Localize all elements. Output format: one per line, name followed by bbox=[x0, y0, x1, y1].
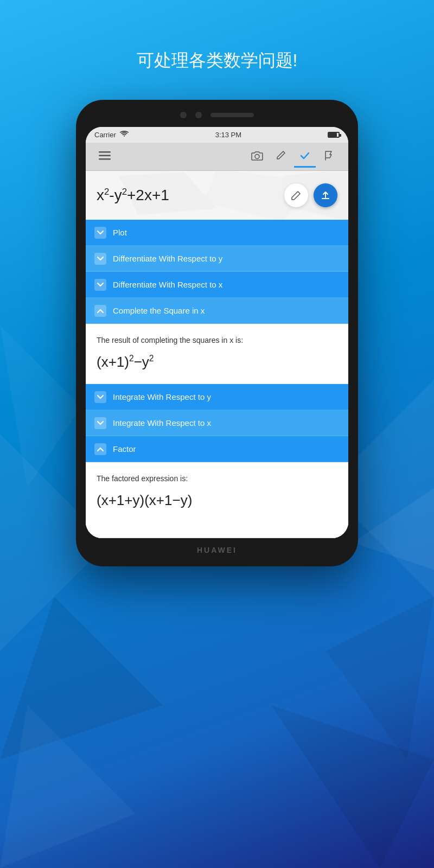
svg-marker-6 bbox=[0, 326, 81, 488]
phone-speaker bbox=[210, 113, 254, 117]
phone-mic-dot bbox=[195, 112, 202, 118]
factor-label: Factor bbox=[113, 444, 340, 454]
complete-square-result-panel: The result of completing the squares in … bbox=[86, 324, 348, 384]
integrate-y-label: Integrate With Respect to y bbox=[113, 392, 340, 401]
svg-rect-8 bbox=[99, 151, 111, 153]
menu-item-diff-x[interactable]: Differentiate With Respect to x bbox=[86, 272, 348, 298]
plot-label: Plot bbox=[113, 228, 340, 237]
factor-result: (x+1+y)(x+1−y) bbox=[97, 492, 337, 509]
page-title: 可处理各类数学问题! bbox=[137, 49, 298, 73]
diff-y-chevron-icon bbox=[94, 253, 106, 265]
diff-x-label: Differentiate With Respect to x bbox=[113, 280, 340, 289]
expression-action-buttons bbox=[284, 183, 337, 207]
time-display: 3:13 PM bbox=[215, 131, 241, 139]
complete-square-chevron-icon bbox=[94, 305, 106, 317]
phone-screen: Carrier 3:13 PM bbox=[86, 127, 348, 538]
menu-item-integrate-y[interactable]: Integrate With Respect to y bbox=[86, 384, 348, 410]
plot-chevron-icon bbox=[94, 227, 106, 239]
edit-expression-button[interactable] bbox=[284, 183, 308, 207]
battery-icon bbox=[328, 132, 340, 138]
menu-item-factor[interactable]: Factor bbox=[86, 436, 348, 462]
svg-marker-7 bbox=[353, 488, 434, 570]
camera-button[interactable] bbox=[246, 146, 268, 168]
menu-item-diff-y[interactable]: Differentiate With Respect to y bbox=[86, 246, 348, 272]
svg-rect-10 bbox=[99, 158, 111, 160]
integrate-x-label: Integrate With Respect to x bbox=[113, 418, 340, 427]
factor-description: The factored expression is: bbox=[97, 473, 337, 484]
svg-marker-2 bbox=[0, 597, 163, 760]
factor-chevron-icon bbox=[94, 443, 106, 455]
complete-square-result: (x+1)2−y2 bbox=[97, 354, 337, 371]
status-left: Carrier bbox=[94, 130, 129, 139]
flag-button[interactable] bbox=[318, 146, 340, 168]
complete-square-label: Complete the Square in x bbox=[113, 306, 340, 315]
app-toolbar bbox=[86, 143, 348, 171]
phone-brand-label: HUAWEI bbox=[197, 546, 237, 554]
upload-button[interactable] bbox=[314, 183, 337, 207]
status-right bbox=[328, 132, 340, 138]
checkmark-button[interactable] bbox=[294, 146, 316, 168]
svg-marker-5 bbox=[271, 705, 434, 868]
svg-marker-3 bbox=[326, 597, 434, 760]
operations-menu: Plot Differentiate With Respect to y Dif… bbox=[86, 220, 348, 538]
toolbar-icons bbox=[246, 146, 340, 168]
menu-item-integrate-x[interactable]: Integrate With Respect to x bbox=[86, 410, 348, 436]
phone-top-bar bbox=[86, 110, 348, 120]
integrate-x-chevron-icon bbox=[94, 417, 106, 429]
expression-area: x2-y2+2x+1 bbox=[86, 171, 348, 220]
svg-rect-9 bbox=[99, 155, 111, 157]
diff-y-label: Differentiate With Respect to y bbox=[113, 254, 340, 263]
svg-marker-4 bbox=[0, 705, 136, 868]
phone-camera-dot bbox=[180, 112, 187, 118]
wifi-icon bbox=[119, 130, 129, 139]
menu-item-complete-square[interactable]: Complete the Square in x bbox=[86, 298, 348, 324]
menu-hamburger-button[interactable] bbox=[94, 146, 115, 167]
expression-display: x2-y2+2x+1 bbox=[97, 187, 169, 204]
pencil-button[interactable] bbox=[270, 146, 292, 168]
phone-frame: Carrier 3:13 PM bbox=[76, 100, 358, 566]
integrate-y-chevron-icon bbox=[94, 391, 106, 403]
svg-point-11 bbox=[255, 155, 259, 159]
phone-bottom-bar: HUAWEI bbox=[86, 544, 348, 557]
factor-result-panel: The factored expression is: (x+1+y)(x+1−… bbox=[86, 462, 348, 538]
menu-item-plot[interactable]: Plot bbox=[86, 220, 348, 246]
status-bar: Carrier 3:13 PM bbox=[86, 127, 348, 143]
diff-x-chevron-icon bbox=[94, 279, 106, 291]
carrier-label: Carrier bbox=[94, 131, 116, 139]
complete-square-description: The result of completing the squares in … bbox=[97, 335, 337, 346]
